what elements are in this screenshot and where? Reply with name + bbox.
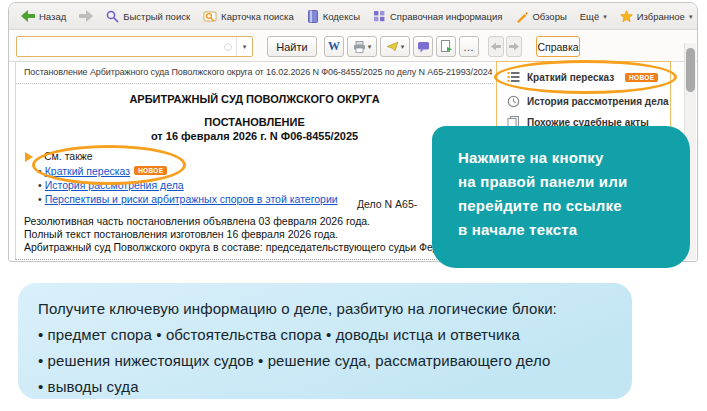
card-search-icon — [203, 10, 217, 23]
export-document-button[interactable] — [436, 36, 456, 57]
reviews-label: Обзоры — [532, 11, 566, 22]
risks-link-row: •Перспективы и риски арбитражных споров … — [38, 193, 338, 205]
send-button[interactable]: ▾ — [380, 36, 410, 57]
document-search-box: ▾ — [16, 36, 253, 57]
quick-search-button[interactable]: Быстрый поиск — [106, 10, 190, 23]
info-card-line: • предмет спора • обстоятельства спора •… — [38, 322, 612, 348]
risks-link[interactable]: Перспективы и риски арбитражных споров в… — [45, 193, 338, 205]
star-icon — [620, 10, 633, 23]
tooltip-line: в начале текста — [458, 218, 690, 242]
info-card: Получите ключевую информацию о деле, раз… — [18, 283, 632, 399]
scrollbar-thumb[interactable] — [686, 48, 695, 92]
see-also-arrow-icon — [25, 152, 33, 162]
favorites-button[interactable]: Избранное ▾ — [620, 10, 693, 23]
highlight-ellipse-doc-link — [32, 145, 186, 185]
search-input[interactable] — [17, 37, 224, 56]
main-toolbar: Назад Быстрый поиск Карточка поиска Коде… — [9, 3, 697, 30]
search-dropdown-button[interactable]: ▾ — [236, 37, 252, 56]
arrow-right-icon — [509, 42, 519, 51]
more-actions-button[interactable]: … — [459, 36, 479, 57]
more-menu-label: Ещё — [580, 11, 599, 22]
magnifier-icon — [106, 10, 119, 23]
comment-button[interactable] — [413, 36, 433, 57]
highlight-ellipse-panel-item — [494, 60, 677, 94]
toolbar-right-group: Избранное ▾ Журнал — [620, 10, 698, 23]
back-arrow-icon — [21, 10, 35, 22]
chevron-down-icon: ▾ — [243, 43, 247, 50]
case-number: Дело N А65- — [357, 198, 417, 210]
grid-icon — [373, 10, 386, 22]
chevron-down-icon: ▾ — [368, 43, 372, 50]
word-icon: W — [328, 39, 340, 54]
reference-info-button[interactable]: Справочная информация — [373, 10, 503, 22]
document-type: ПОСТАНОВЛЕНИЕ — [16, 116, 493, 128]
codes-label: Кодексы — [323, 11, 360, 22]
bullet: • — [38, 179, 42, 191]
divider — [16, 83, 493, 84]
search-card-button[interactable]: Карточка поиска — [203, 10, 294, 23]
document-toolbar: ▾ Найти W ▾ ▾ — [9, 31, 697, 62]
reference-info-label: Справочная информация — [390, 11, 503, 22]
quick-search-label: Быстрый поиск — [123, 11, 190, 22]
more-menu-button[interactable]: Ещё ▾ — [580, 11, 607, 22]
clear-search-icon[interactable] — [224, 43, 232, 51]
instruction-tooltip: Нажмите на кнопку на правой панели или п… — [432, 126, 690, 268]
document-title-line: Постановление Арбитражного суда Поволжск… — [24, 67, 492, 77]
court-name: АРБИТРАЖНЫЙ СУД ПОВОЛЖСКОГО ОКРУГА — [16, 93, 493, 105]
nav-back-button[interactable] — [488, 36, 504, 57]
tooltip-line: на правой панели или — [458, 170, 690, 194]
ellipsis-icon: … — [463, 41, 475, 53]
tooltip-line: Нажмите на кнопку — [458, 146, 690, 170]
forward-button[interactable] — [79, 10, 93, 22]
chevron-down-icon: ▾ — [603, 13, 607, 20]
document-body-line: Арбитражный суд Поволжского округа в сос… — [24, 241, 462, 253]
help-tab[interactable]: Справка — [536, 36, 580, 57]
chevron-down-icon: ▾ — [401, 43, 405, 50]
send-icon — [386, 41, 399, 52]
favorites-label: Избранное — [637, 11, 685, 22]
help-tab-label: Справка — [537, 41, 578, 53]
bullet: • — [38, 193, 42, 205]
back-label: Назад — [39, 11, 66, 22]
info-card-line: Получите ключевую информацию о деле, раз… — [38, 296, 612, 322]
panel-item-case-history-label: История рассмотрения дела — [527, 96, 669, 107]
panel-item-case-history[interactable]: История рассмотрения дела — [507, 95, 669, 108]
arrow-left-icon — [491, 42, 501, 51]
print-button[interactable]: ▾ — [347, 36, 377, 57]
nav-forward-button[interactable] — [506, 36, 522, 57]
history-clock-icon — [507, 95, 520, 108]
document-date: от 16 февраля 2026 г. N Ф06-8455/2025 — [16, 130, 493, 142]
back-button[interactable]: Назад — [21, 10, 66, 22]
info-card-line: • решения нижестоящих судов • решение су… — [38, 348, 612, 374]
document-body-line: Резолютивная часть постановления объявле… — [24, 215, 370, 227]
printer-icon — [353, 41, 366, 53]
reviews-button[interactable]: Обзоры — [515, 10, 566, 23]
page: { "ui": { "caret": "▾", "ellipsis": "…",… — [0, 0, 707, 411]
info-card-line: • выводы суда — [38, 374, 612, 400]
tooltip-line: перейдите по ссылке — [458, 194, 690, 218]
find-button[interactable]: Найти — [267, 36, 317, 57]
document-export-icon — [440, 40, 453, 53]
find-button-label: Найти — [276, 41, 307, 53]
export-word-button[interactable]: W — [324, 36, 344, 57]
forward-arrow-icon — [79, 10, 93, 22]
document-body-line: Полный текст постановления изготовлен 16… — [24, 228, 338, 240]
codes-button[interactable]: Кодексы — [307, 10, 360, 23]
book-icon — [307, 10, 319, 23]
chevron-down-icon: ▾ — [689, 13, 693, 20]
search-card-label: Карточка поиска — [221, 11, 294, 22]
pen-icon — [515, 10, 528, 23]
chat-bubble-icon — [417, 41, 430, 53]
